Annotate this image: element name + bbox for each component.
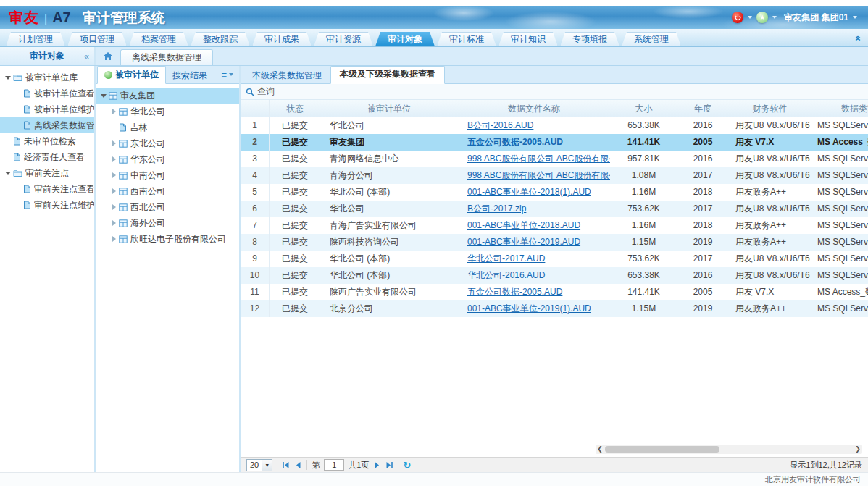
- tree-item[interactable]: 中南公司: [96, 167, 239, 183]
- file-link[interactable]: B公司-2017.zip: [467, 203, 526, 214]
- table-row[interactable]: 2已提交审友集团五金公司数据-2005.AUD141.41K2005用友 V7.…: [241, 134, 868, 151]
- tree-item[interactable]: 华北公司: [96, 104, 239, 119]
- file-link[interactable]: 001-ABC事业单位-2018(1).AUD: [467, 187, 591, 197]
- column-header[interactable]: 状态: [270, 100, 320, 117]
- user-avatar-icon[interactable]: ★: [756, 12, 768, 23]
- file-link[interactable]: 998 ABC股份有限公司 ABC股份有限公司: [467, 153, 610, 164]
- collapse-header-icon[interactable]: «: [854, 35, 864, 41]
- nav-tab[interactable]: 整改跟踪: [191, 32, 250, 46]
- expander-icon[interactable]: [110, 108, 117, 115]
- file-link[interactable]: B公司-2016.AUD: [467, 120, 533, 130]
- page-tab-offline-data[interactable]: 离线采集数据管理: [120, 49, 213, 65]
- nav-tab[interactable]: 审计对象: [375, 32, 435, 46]
- horizontal-scrollbar[interactable]: ❮ ❯: [596, 445, 862, 454]
- file-link[interactable]: 001-ABC事业单位-2019(1).AUD: [467, 303, 591, 314]
- collapse-sidebar-icon[interactable]: «: [84, 51, 89, 62]
- expander-icon[interactable]: [110, 203, 117, 211]
- nav-tab[interactable]: 审计资源: [314, 32, 373, 46]
- table-row[interactable]: 12已提交北京分公司001-ABC事业单位-2019(1).AUD1.15M20…: [241, 300, 868, 317]
- column-header[interactable]: 大小: [610, 100, 677, 117]
- org-tab[interactable]: 搜索结果: [166, 68, 214, 83]
- power-dropdown-caret[interactable]: [748, 16, 752, 19]
- next-page-button[interactable]: [373, 461, 381, 469]
- expander-icon[interactable]: [4, 169, 12, 177]
- user-dropdown-caret[interactable]: [853, 16, 857, 19]
- table-row[interactable]: 8已提交陕西科技咨询公司001-ABC事业单位-2019.AUD1.15M201…: [241, 234, 868, 251]
- power-icon[interactable]: [732, 12, 743, 23]
- tree-item[interactable]: 离线采集数据管理: [0, 117, 94, 133]
- tree-item[interactable]: 审前关注点查看: [0, 181, 94, 197]
- file-link[interactable]: 998 ABC股份有限公司 ABC股份有限公司: [467, 170, 610, 180]
- tree-item[interactable]: 被审计单位库: [0, 70, 94, 85]
- table-row[interactable]: 3已提交青海网络信息中心998 ABC股份有限公司 ABC股份有限公司957.8…: [241, 151, 868, 167]
- table-row[interactable]: 1已提交华北公司B公司-2016.AUD653.38K2016用友U8 V8.x…: [241, 117, 868, 134]
- tree-item[interactable]: 西南公司: [96, 183, 239, 199]
- file-link[interactable]: 001-ABC事业单位-2019.AUD: [467, 237, 580, 247]
- page-number-input[interactable]: 1: [324, 459, 344, 471]
- tree-item[interactable]: 华东公司: [96, 151, 239, 167]
- data-tab[interactable]: 本级及下级采集数据查看: [330, 66, 445, 84]
- scrollbar-thumb[interactable]: [605, 446, 719, 453]
- table-row[interactable]: 7已提交青海广告实业有限公司001-ABC事业单位-2018.AUD1.16M2…: [241, 217, 868, 234]
- nav-tab[interactable]: 审计知识: [498, 32, 558, 46]
- table-row[interactable]: 4已提交青海分公司998 ABC股份有限公司 ABC股份有限公司1.08M201…: [241, 167, 868, 184]
- last-page-button[interactable]: [385, 461, 393, 469]
- file-link[interactable]: 五金公司数据-2005.AUD: [467, 137, 563, 147]
- file-link[interactable]: 华北公司-2016.AUD: [467, 270, 545, 280]
- tree-item[interactable]: 被审计单位查看: [0, 85, 94, 101]
- column-header[interactable]: 数据文件名称: [458, 100, 610, 117]
- first-page-button[interactable]: [282, 461, 290, 469]
- table-row[interactable]: 9已提交华北公司 (本部)华北公司-2017.AUD753.62K2017用友U…: [241, 251, 868, 267]
- nav-tab[interactable]: 审计标准: [437, 32, 496, 46]
- tree-item[interactable]: 被审计单位维护: [0, 101, 94, 117]
- column-header[interactable]: [241, 100, 270, 117]
- current-user[interactable]: 审友集团 集团01: [784, 12, 848, 24]
- expander-icon[interactable]: [4, 74, 12, 81]
- expander-icon[interactable]: [110, 156, 117, 163]
- tree-item[interactable]: 审前关注点: [0, 165, 94, 181]
- expander-icon[interactable]: [110, 235, 117, 243]
- table-row[interactable]: 6已提交华北公司B公司-2017.zip753.62K2017用友U8 V8.x…: [241, 201, 868, 217]
- nav-tab[interactable]: 档案管理: [129, 32, 188, 46]
- page-size-select[interactable]: 20 ▼: [246, 459, 272, 471]
- expander-icon[interactable]: [110, 172, 117, 179]
- tree-item[interactable]: 东北公司: [96, 135, 239, 151]
- tree-item[interactable]: 西北公司: [96, 199, 239, 215]
- column-header[interactable]: 被审计单位: [320, 100, 458, 117]
- expander-icon[interactable]: [100, 92, 107, 99]
- tree-item[interactable]: 审前关注点维护: [0, 197, 94, 213]
- tree-item[interactable]: 欣旺达电子股份有限公司: [96, 231, 239, 247]
- table-row[interactable]: 10已提交华北公司 (本部)华北公司-2016.AUD653.38K2016用友…: [241, 267, 868, 284]
- org-tab[interactable]: 被审计单位: [97, 66, 166, 84]
- prev-page-button[interactable]: [294, 461, 302, 469]
- table-row[interactable]: 11已提交陕西广告实业有限公司五金公司数据-2005.AUD141.41K200…: [241, 284, 868, 300]
- file-link[interactable]: 001-ABC事业单位-2018.AUD: [467, 220, 580, 230]
- list-menu-icon[interactable]: ≡: [215, 70, 239, 80]
- nav-tab[interactable]: 项目管理: [67, 32, 127, 46]
- nav-tab[interactable]: 系统管理: [622, 32, 681, 46]
- avatar-dropdown-caret[interactable]: [772, 16, 777, 19]
- table-row[interactable]: 5已提交华北公司 (本部)001-ABC事业单位-2018(1).AUD1.16…: [241, 184, 868, 201]
- data-tab[interactable]: 本级采集数据管理: [243, 68, 330, 83]
- column-header[interactable]: 年度: [677, 100, 728, 117]
- nav-tab[interactable]: 计划管理: [6, 32, 65, 46]
- file-link[interactable]: 华北公司-2017.AUD: [467, 253, 545, 264]
- nav-tab[interactable]: 专项填报: [560, 32, 619, 46]
- refresh-icon[interactable]: ↻: [403, 460, 411, 470]
- nav-tab[interactable]: 审计成果: [252, 32, 312, 46]
- expander-icon[interactable]: [110, 140, 117, 147]
- scroll-right-icon[interactable]: ❯: [854, 445, 862, 454]
- expander-icon[interactable]: [110, 188, 117, 195]
- query-button[interactable]: 查询: [257, 85, 275, 98]
- scroll-left-icon[interactable]: ❮: [596, 445, 604, 454]
- file-link[interactable]: 五金公司数据-2005.AUD: [467, 287, 562, 297]
- expander-icon[interactable]: [110, 219, 117, 227]
- tree-item[interactable]: 海外公司: [96, 215, 239, 231]
- column-header[interactable]: 财务软件: [728, 100, 811, 117]
- tree-item[interactable]: 经济责任人查看: [0, 149, 94, 165]
- tree-item[interactable]: 未审单位检索: [0, 133, 94, 149]
- tree-item[interactable]: 审友集团: [96, 88, 239, 104]
- column-header[interactable]: 数据类型: [811, 100, 868, 117]
- home-icon[interactable]: [103, 51, 113, 61]
- tree-item[interactable]: 吉林: [96, 119, 239, 135]
